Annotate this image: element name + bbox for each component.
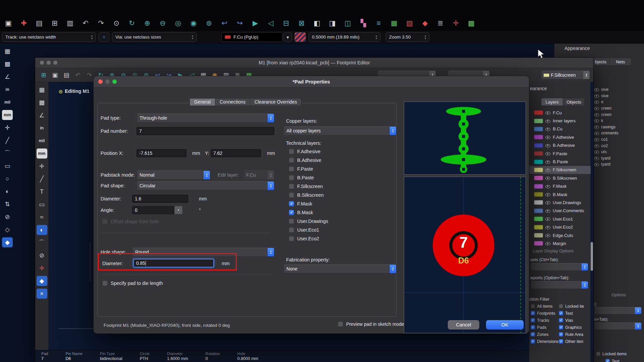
checkbox[interactable]	[559, 325, 563, 329]
layer-color-swatch[interactable]	[534, 225, 543, 230]
layer-row[interactable]: B.Paste	[529, 158, 591, 166]
layer-color-swatch[interactable]	[534, 184, 543, 189]
units-in-icon[interactable]: in	[37, 123, 47, 133]
layer-color-swatch[interactable]	[534, 217, 543, 221]
group-icon[interactable]: ⊟	[280, 17, 292, 29]
zoom-button[interactable]	[112, 79, 117, 84]
visibility-eye-icon[interactable]	[594, 112, 599, 117]
dialog-tab[interactable]: Connections	[215, 98, 250, 106]
clipped-layer-row[interactable]: tyard	[594, 155, 618, 162]
inactive-layer-icon[interactable]: ◇	[2, 225, 13, 235]
units-mm-icon[interactable]: mm	[2, 110, 13, 120]
mirror-icon[interactable]: ◁	[265, 17, 276, 29]
visibility-eye-icon[interactable]	[545, 143, 550, 148]
sketch-graphics-icon[interactable]: ≈	[37, 212, 47, 222]
layer-color-swatch[interactable]	[534, 241, 543, 246]
filter-checkbox[interactable]: Dimensions	[531, 339, 559, 344]
checkbox[interactable]	[289, 192, 294, 198]
clipped-layer-row[interactable]: co1	[594, 136, 618, 143]
layers-toggle-icon[interactable]: ◆	[2, 237, 13, 247]
undo-icon[interactable]: ↶	[80, 17, 91, 29]
layer-color-swatch[interactable]	[534, 143, 543, 148]
checkbox[interactable]	[531, 332, 535, 337]
checkbox[interactable]	[289, 210, 294, 215]
crosshair-icon[interactable]: ✛	[37, 161, 47, 171]
minimize-button[interactable]	[105, 79, 110, 84]
print-icon[interactable]: ▤	[61, 70, 71, 80]
polar-grid-icon[interactable]: ∠	[37, 110, 47, 120]
sketch-line-icon[interactable]: ╱	[37, 174, 47, 184]
visibility-eye-icon[interactable]	[545, 159, 550, 164]
dialog-tab[interactable]: General	[190, 98, 215, 106]
zoom-selection-icon[interactable]: ⊚	[203, 17, 215, 29]
technical-layer-checkbox[interactable]: F.Paste	[289, 165, 328, 173]
layer-color-swatch[interactable]	[534, 168, 543, 172]
angle-dropdown-button[interactable]: ▼	[174, 206, 183, 215]
clipped-layer-row[interactable]: uts	[594, 149, 618, 155]
visibility-eye-icon[interactable]	[545, 217, 550, 222]
close-view-icon[interactable]: ×	[37, 289, 47, 299]
viewports-dropdown[interactable]: ▲▼	[531, 281, 588, 289]
polar-grid-icon[interactable]: ∠	[2, 72, 13, 82]
technical-layer-checkbox[interactable]: User.Drawings	[289, 217, 328, 226]
layer-color-swatch[interactable]	[534, 151, 543, 156]
crosshair-icon[interactable]: ✛	[2, 123, 13, 133]
filter-checkbox[interactable]: Other iten	[559, 339, 590, 344]
clipped-layer-row[interactable]: omments	[594, 130, 618, 136]
visibility-eye-icon[interactable]	[545, 208, 550, 213]
visibility-eye-icon[interactable]	[594, 100, 599, 105]
visibility-eye-icon[interactable]	[594, 93, 599, 98]
checkbox[interactable]	[102, 281, 108, 286]
track-width-dropdown[interactable]: Track: use netclass width▴▾	[2, 32, 96, 42]
layer-color-swatch[interactable]	[534, 176, 543, 180]
layer-row[interactable]: F.Adhesive	[529, 133, 591, 141]
layer-row[interactable]: B.Silkscreen	[529, 174, 591, 182]
filter-checkbox[interactable]: Rule Area	[559, 332, 590, 337]
redo-icon[interactable]: ↷	[84, 70, 94, 80]
tab-objects[interactable]: Objects	[563, 98, 585, 106]
layer-row[interactable]: Margin	[529, 239, 591, 247]
clipped-layer-row[interactable]: rawings	[594, 124, 618, 130]
visibility-eye-icon[interactable]	[545, 200, 550, 205]
save-icon[interactable]: ▣	[3, 17, 14, 29]
via-size-dropdown[interactable]: Via: use netclass sizes▴▾	[112, 32, 197, 42]
clipped-layer-row[interactable]: sive	[594, 93, 618, 99]
visibility-eye-icon[interactable]	[545, 110, 550, 115]
hole-shape-dropdown[interactable]: Round▲▼	[132, 248, 274, 257]
layer-color-swatch[interactable]	[534, 233, 543, 238]
track-width-value-dropdown[interactable]: 0.5000 mm (19.69 mils)▴▾	[309, 32, 380, 42]
filter-checkbox[interactable]: Tracks	[531, 318, 559, 323]
grid-dots-icon[interactable]: ▦	[37, 85, 47, 95]
filter-checkbox[interactable]: Locked ite	[559, 304, 590, 309]
presets-dropdown[interactable]: ▲▼	[594, 307, 642, 314]
technical-layer-checkbox[interactable]: F.Silkscreen	[289, 182, 328, 191]
fabrication-property-dropdown[interactable]: None▲▼	[283, 264, 396, 274]
pad-type-dropdown[interactable]: Through-hole▲▼	[137, 114, 274, 123]
checkbox[interactable]	[531, 318, 535, 322]
visibility-eye-icon[interactable]	[594, 162, 599, 167]
hole-diameter-field[interactable]: 0.85	[133, 259, 214, 267]
high-contrast-icon[interactable]: ◐	[2, 186, 13, 196]
checkbox[interactable]	[531, 325, 535, 329]
units-mm-icon[interactable]: mm	[37, 148, 47, 159]
layers-manager-icon[interactable]: ◆	[37, 276, 47, 286]
grid-dots-icon[interactable]: ▦	[2, 46, 13, 56]
checkbox[interactable]	[289, 175, 294, 180]
tab-layers[interactable]: Layers	[541, 98, 563, 106]
checkbox[interactable]	[559, 318, 563, 322]
new-footprint-icon[interactable]: ⊞	[39, 70, 49, 80]
visibility-eye-icon[interactable]	[594, 137, 599, 142]
netclass-icon[interactable]: ⌗	[99, 32, 109, 42]
refresh-icon[interactable]: ↻	[126, 17, 138, 29]
layer-color-swatch[interactable]	[534, 160, 543, 164]
forward-icon[interactable]: ↪	[234, 17, 246, 29]
layer-row[interactable]: B.Cu	[529, 125, 591, 133]
zoom-out-icon[interactable]: ⊖	[157, 17, 168, 29]
fabrication-output-icon[interactable]: ▦	[388, 17, 400, 29]
layer-row[interactable]: Edge.Cuts	[529, 231, 591, 239]
unlock-icon[interactable]: ◨	[327, 17, 338, 29]
sketch-text-icon[interactable]: T	[37, 187, 47, 197]
highlight-net-icon[interactable]: ✛	[37, 263, 47, 273]
units-mil-icon[interactable]: mil	[2, 97, 13, 107]
layer-row[interactable]: F.Paste	[529, 149, 591, 158]
